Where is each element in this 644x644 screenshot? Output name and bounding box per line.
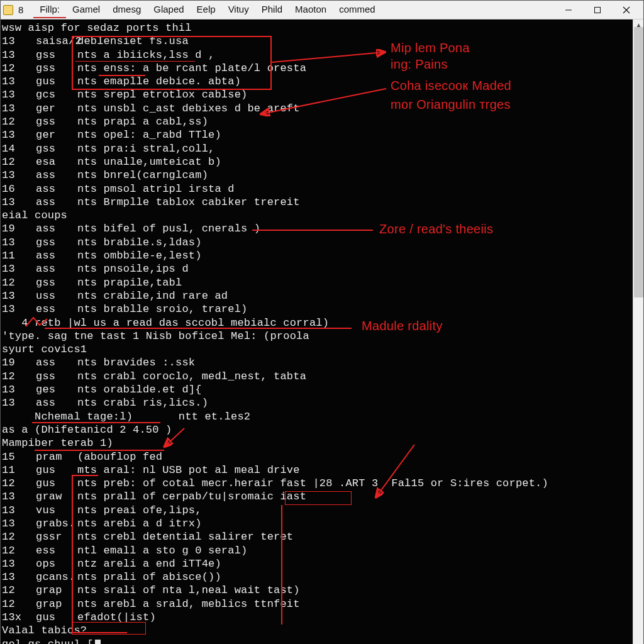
terminal-line: 13ussnts crabile,ind rare ad [2,289,631,303]
terminal-line: gel gs chuul [ [2,638,631,644]
terminal-line: 13assnts pnsoile,ips d [2,262,631,275]
scroll-thumb[interactable] [634,27,643,297]
terminal-line: 13essnts brablle sroio, trarel) [2,303,631,316]
svg-rect-1 [595,7,601,13]
terminal-line: 12gssnts prapi a cabl,ss) [2,115,631,128]
terminal-line: 15pram(abouflop fed [2,450,631,464]
terminal-line: 19assnts bifel of pusl, cnerals ) [2,222,631,235]
menu-glaped[interactable]: Glaped [147,1,190,18]
terminal-line: 14gssnts pra:i stral,coll, [2,142,631,155]
terminal-output[interactable]: wsw aisp for sedaz ports thil13saisa/2de… [1,19,633,644]
terminal-line: syurt covics1 [2,343,631,356]
menu-gamel[interactable]: Gamel [66,1,106,18]
terminal-line: 13gusnts emaplle debice. abta) [2,75,631,88]
terminal-line: 13vusnts preai ofe,lips, [2,504,631,517]
menu-phild[interactable]: Phild [255,1,289,18]
terminal-line: wsw aisp for sedaz ports thil [2,21,631,35]
terminal-line: 13assnts Brmplle tablox cabiker trereit [2,196,631,209]
terminal-line: 13gssnts brabile.s,ldas) [2,236,631,249]
terminal-line: 12gssnts crabl coroclo, medl_nest, tabta [2,370,631,383]
terminal-line: 13grabs.nts arebi a d itrx) [2,517,631,530]
app-icon [3,5,13,15]
terminal-line: 12grapnts arebl a srald, meblics ttnfeit [2,597,631,611]
close-button[interactable] [612,1,641,19]
terminal-line: 13gssnts a ibiicks,lss d , [2,48,631,62]
terminal-line: 4 retb |wl us a read das sccobl mebialc … [2,316,631,330]
maximize-button[interactable] [583,1,612,19]
terminal-line: 13assnts crabi ris,lics.) [2,396,631,409]
terminal-line: 11gusmts aral: nl USB pot al meal drive [2,464,631,477]
terminal-line: 11assnts ombbile-e,lest) [2,249,631,262]
minimize-button[interactable] [554,1,583,19]
terminal-line: 13saisa/2deblensiet fs.usa [2,35,631,48]
terminal-line: Mampiber terab 1) [2,436,631,450]
menu-fillp[interactable]: Fillp: [33,1,66,18]
terminal-cursor [95,640,101,644]
terminal-line: 13gcsnts srepl etrotlox cablse) [2,88,631,101]
vertical-scrollbar[interactable]: ▲ ▼ [633,19,643,644]
menu-maoton[interactable]: Maoton [289,1,333,18]
terminal-line: 12gssrnts crebl detential salirer teret [2,530,631,543]
menu-eelp[interactable]: Eelp [191,1,222,18]
titlebar: 8 Fillp: Gamel dmesg Glaped Eelp Vituy P… [1,1,643,19]
client-area: wsw aisp for sedaz ports thil13saisa/2de… [1,19,643,644]
terminal-line: 13gernts unsbl c_ast debixes d be areft [2,102,631,115]
terminal-line: Valal tabics? [2,624,631,637]
terminal-line: as a (Dhifetanicd 2 4.50 ) [2,423,631,436]
terminal-line: 12gssnts enss: a be rcant plate/l oresta [2,62,631,75]
menu-commed[interactable]: commed [333,1,382,18]
terminal-line: 13xgusefadot(|ist) [2,611,631,624]
terminal-line: 13grawnts prall of cerpab/tu|sromaic ias… [2,490,631,503]
menu-dmesg[interactable]: dmesg [106,1,147,18]
terminal-line: 16assnts pmsol atripl irsta d [2,182,631,196]
terminal-line: 'type. sag tne tast 1 Nisb boficel Mel: … [2,330,631,343]
terminal-line: 12grapnts srali of nta l,neal wait tast) [2,584,631,597]
terminal-line: 13assnts bnrel(carnglcam) [2,169,631,182]
terminal-line: 12gusnts preb: of cotal mecr.herair fast… [2,477,631,490]
terminal-line: 13gcans.nts prali of abisce()) [2,570,631,584]
terminal-line: 12esants unalle,umteicat b) [2,155,631,169]
app-window: 8 Fillp: Gamel dmesg Glaped Eelp Vituy P… [0,0,644,644]
menu-vituy[interactable]: Vituy [222,1,255,18]
terminal-line: 12gssnts prapile,tabl [2,276,631,289]
terminal-line: 13gernts opel: a_rabd TTle) [2,128,631,142]
terminal-line: Nchemal tage:l) ntt et.les2 [2,410,631,423]
titlebar-number: 8 [17,4,25,15]
window-controls [554,1,641,19]
terminal-line: 19assnts bravides :.ssk [2,356,631,369]
terminal-line: 12essntl emall a sto g 0 seral) [2,544,631,557]
terminal-line: 13opsntz areli a end iTT4e) [2,557,631,570]
terminal-line: 13gesnts orabilde.et d]{ [2,383,631,396]
menubar: Fillp: Gamel dmesg Glaped Eelp Vituy Phi… [33,1,554,18]
terminal-line: eial coups [2,209,631,222]
